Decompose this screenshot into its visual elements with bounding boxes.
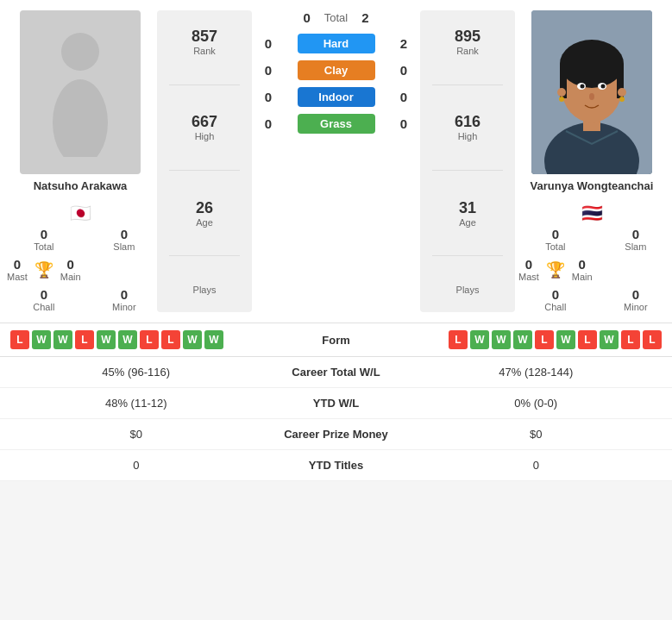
left-mast-stat: 0 Mast bbox=[7, 257, 28, 282]
right-total-stat: 0 Total bbox=[518, 227, 593, 252]
left-total-value: 0 bbox=[41, 227, 47, 241]
clay-left-score: 0 bbox=[255, 63, 281, 78]
svg-point-0 bbox=[61, 33, 99, 71]
right-form-badges: LWWWLWLWLL bbox=[378, 330, 663, 349]
form-badge: L bbox=[161, 330, 180, 349]
left-minor-stat: 0 Minor bbox=[95, 287, 154, 312]
right-rank-value: 895 bbox=[455, 28, 480, 46]
svg-point-9 bbox=[557, 88, 566, 97]
right-chall-label: Chall bbox=[544, 302, 566, 312]
left-age-value: 26 bbox=[196, 199, 213, 217]
right-rank-label: Rank bbox=[456, 46, 479, 56]
right-high-value: 616 bbox=[455, 113, 480, 131]
right-side-stats: 895 Rank 616 High 31 Age Plays bbox=[420, 10, 515, 312]
hard-btn[interactable]: Hard bbox=[298, 34, 375, 53]
grass-right-score: 0 bbox=[391, 116, 417, 131]
stats-center-label: Career Total W/L bbox=[259, 366, 414, 379]
surface-indoor-row: 0 Indoor 0 bbox=[255, 85, 417, 109]
left-main-value: 0 bbox=[67, 257, 74, 272]
clay-btn[interactable]: Clay bbox=[298, 60, 375, 80]
form-badge: W bbox=[32, 330, 51, 349]
svg-point-10 bbox=[618, 88, 626, 97]
right-slam-stat: 0 Slam bbox=[606, 227, 665, 252]
right-main-stat: 0 Main bbox=[572, 257, 593, 282]
form-badge: L bbox=[621, 330, 640, 349]
stats-center-label: YTD W/L bbox=[259, 397, 414, 410]
grass-left-score: 0 bbox=[255, 116, 281, 131]
indoor-btn[interactable]: Indoor bbox=[298, 87, 375, 107]
left-age-stat: 26 Age bbox=[196, 199, 213, 228]
stats-left-value: 45% (96-116) bbox=[14, 366, 259, 379]
left-player-card: Natsuho Arakawa 🇯🇵 0 Total 0 Slam 0 Mast… bbox=[7, 10, 154, 312]
right-chall-stat: 0 Chall bbox=[518, 287, 593, 312]
right-minor-label: Minor bbox=[624, 302, 648, 312]
left-total-score: 0 bbox=[303, 10, 310, 25]
left-rank-stat: 857 Rank bbox=[192, 28, 217, 56]
right-plays-label: Plays bbox=[456, 285, 480, 295]
stats-row: 45% (96-116)Career Total W/L47% (128-144… bbox=[0, 357, 672, 388]
form-badge: W bbox=[53, 330, 72, 349]
form-badge: W bbox=[118, 330, 137, 349]
form-badge: W bbox=[470, 330, 489, 349]
left-chall-label: Chall bbox=[33, 302, 54, 312]
right-mast-stat: 0 Mast bbox=[518, 257, 539, 282]
right-player-card: Varunya Wongteanchai 🇹🇭 0 Total 0 Slam 0… bbox=[518, 10, 665, 312]
form-badge: L bbox=[140, 330, 159, 349]
left-divider-3 bbox=[169, 255, 240, 256]
hard-left-score: 0 bbox=[255, 36, 281, 51]
right-slam-value: 0 bbox=[632, 227, 639, 241]
indoor-left-score: 0 bbox=[255, 90, 281, 104]
left-plays-label: Plays bbox=[193, 285, 217, 295]
form-badge: L bbox=[535, 330, 554, 349]
stats-right-value: $0 bbox=[414, 428, 659, 441]
left-main-stat: 0 Main bbox=[60, 257, 81, 282]
right-divider-2 bbox=[432, 170, 503, 171]
form-label: Form bbox=[302, 334, 371, 347]
stats-left-value: 48% (11-12) bbox=[14, 397, 259, 410]
total-center-label: Total bbox=[324, 11, 348, 24]
left-age-label: Age bbox=[196, 217, 213, 228]
left-chall-value: 0 bbox=[41, 287, 47, 302]
center-stats: 0 Total 2 0 Hard 2 0 Clay 0 0 Indoor 0 0 bbox=[255, 10, 417, 312]
left-rank-value: 857 bbox=[192, 28, 217, 46]
right-age-value: 31 bbox=[459, 199, 476, 217]
right-player-name: Varunya Wongteanchai bbox=[531, 179, 654, 192]
form-badge: W bbox=[556, 330, 575, 349]
left-trophy-icon: 🏆 bbox=[35, 260, 53, 279]
svg-point-17 bbox=[589, 93, 594, 100]
hard-right-score: 2 bbox=[391, 36, 417, 51]
stats-row: 48% (11-12)YTD W/L0% (0-0) bbox=[0, 388, 672, 419]
left-player-name: Natsuho Arakawa bbox=[34, 179, 128, 192]
right-trophy-row: 0 Mast 🏆 0 Main bbox=[518, 257, 593, 282]
left-mast-value: 0 bbox=[14, 257, 21, 272]
right-trophy-icon: 🏆 bbox=[546, 260, 565, 279]
left-form-badges: LWWLWWLLWW bbox=[10, 330, 295, 349]
total-row: 0 Total 2 bbox=[303, 10, 368, 25]
left-mast-label: Mast bbox=[7, 272, 28, 282]
right-age-stat: 31 Age bbox=[459, 199, 476, 228]
right-slam-label: Slam bbox=[625, 241, 646, 252]
right-total-label: Total bbox=[545, 241, 565, 252]
right-chall-value: 0 bbox=[552, 287, 559, 302]
svg-point-1 bbox=[53, 79, 108, 157]
form-badge: W bbox=[492, 330, 511, 349]
form-section: LWWLWWLLWW Form LWWWLWLWLL bbox=[0, 323, 672, 356]
right-age-label: Age bbox=[459, 217, 476, 228]
surface-grass-row: 0 Grass 0 bbox=[255, 112, 417, 135]
form-badge: L bbox=[75, 330, 94, 349]
surface-clay-row: 0 Clay 0 bbox=[255, 59, 417, 82]
left-high-value: 667 bbox=[192, 113, 217, 131]
right-total-score: 2 bbox=[361, 10, 368, 25]
svg-point-12 bbox=[619, 97, 625, 102]
players-section: Natsuho Arakawa 🇯🇵 0 Total 0 Slam 0 Mast… bbox=[0, 0, 672, 323]
stats-center-label: YTD Titles bbox=[259, 459, 414, 472]
stats-right-value: 47% (128-144) bbox=[414, 366, 659, 379]
left-minor-value: 0 bbox=[121, 287, 128, 302]
left-divider-1 bbox=[169, 85, 240, 85]
right-mast-label: Mast bbox=[518, 272, 539, 282]
form-badge: L bbox=[10, 330, 29, 349]
grass-btn[interactable]: Grass bbox=[298, 114, 375, 134]
right-total-value: 0 bbox=[552, 227, 559, 241]
stats-right-value: 0% (0-0) bbox=[414, 397, 659, 410]
clay-right-score: 0 bbox=[391, 63, 417, 78]
